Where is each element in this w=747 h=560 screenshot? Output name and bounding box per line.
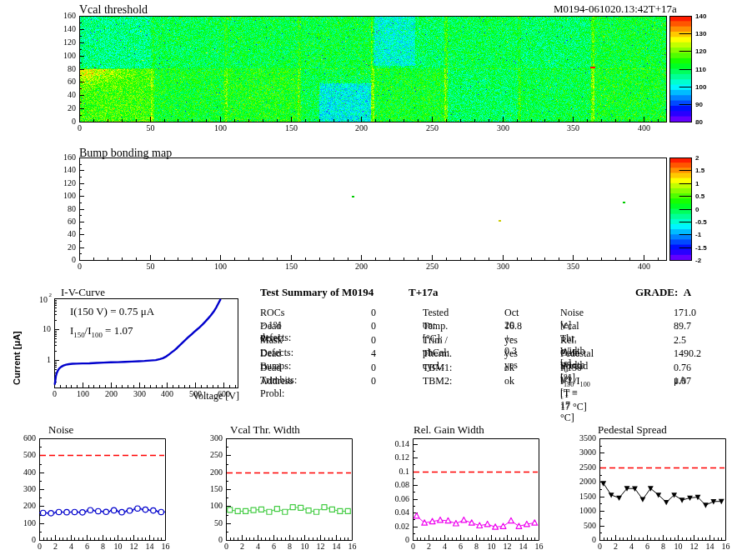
summary-value: 0 (371, 375, 376, 388)
summary-value: 1490.2 (674, 348, 701, 360)
summary-temp-tag: T+17a (409, 286, 439, 299)
summary-value: ok (504, 375, 514, 388)
iv-y-axis-label: Current [μA] (12, 331, 22, 385)
summary-value: 0 (371, 320, 376, 332)
grade-value: A (684, 286, 691, 298)
summary-value: 0 (371, 334, 376, 347)
summary-label: TBM1: (423, 362, 452, 374)
vcal-map-title: Vcal threshold (79, 3, 148, 17)
iv-annotation-ratio: I150/I100 = 1.07 (70, 324, 133, 339)
grade-label: GRADE: A (635, 286, 691, 299)
module-id: M0194-061020.13:42T+17a (554, 2, 677, 16)
summary-value: 4 (371, 348, 376, 360)
vcal-width-plot-title: Vcal Thr. Width (230, 423, 300, 437)
summary-label: I150/I100 [T = 17 °C] (560, 375, 590, 413)
iv-curve-title: I-V-Curve (61, 286, 105, 299)
summary-value: yes (504, 348, 518, 360)
summary-value: 0 (371, 362, 376, 374)
gain-width-plot-title: Rel. Gain Width (414, 423, 484, 437)
noise-plot-title: Noise (48, 423, 73, 437)
charts-canvas (0, 0, 747, 560)
summary-value: 171.0 (674, 307, 696, 319)
iv-annotation-current: I(150 V) = 0.75 μA (70, 305, 154, 318)
bump-map-title: Bump bonding map (79, 147, 172, 160)
iv-x-axis-label: Voltage [V] (179, 390, 239, 402)
summary-label: Address Probl: (260, 375, 293, 400)
summary-value: 0 (371, 307, 376, 319)
summary-title: Test Summary of M0194 (260, 286, 374, 299)
summary-value: 2.5 (674, 334, 686, 347)
summary-value: ok (504, 362, 514, 374)
test-summary-block: Test Summary of M0194 T+17a GRADE: A ROC… (260, 281, 747, 398)
summary-value: 1.07 (674, 375, 691, 388)
pedestal-plot-title: Pedestal Spread (598, 423, 667, 437)
summary-value: 89.7 (674, 320, 691, 332)
test-report-page: { "header": { "module_id": "M0194-061020… (0, 0, 747, 560)
summary-label: TBM2: (423, 375, 452, 388)
